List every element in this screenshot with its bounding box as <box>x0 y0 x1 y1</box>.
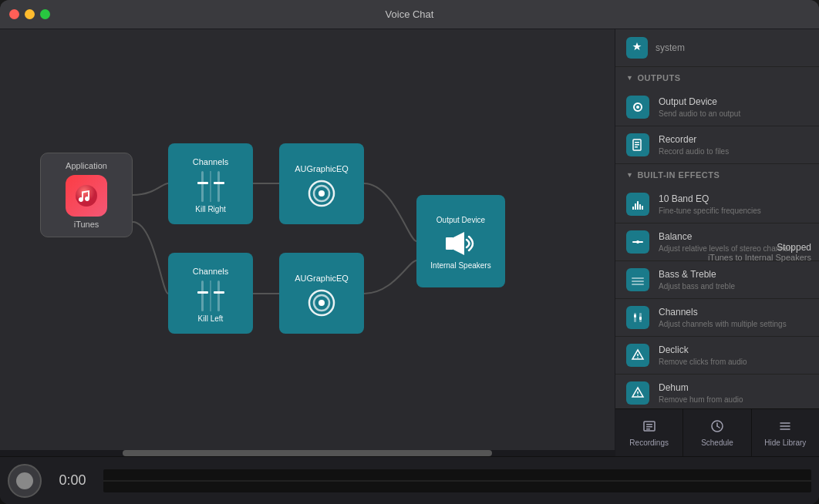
svg-rect-15 <box>635 203 636 210</box>
hide-library-tab[interactable]: Hide Library <box>752 409 819 456</box>
status-area: Stopped iTunes to Internal Speakers <box>708 242 811 262</box>
svg-rect-13 <box>635 146 638 148</box>
system-icon <box>626 37 648 59</box>
svg-point-33 <box>637 395 639 396</box>
effects-chevron: ▼ <box>626 171 633 179</box>
svg-rect-25 <box>634 314 636 318</box>
output-device-text: Output Device Send audio to an output <box>659 96 808 119</box>
eq-bottom-icon <box>302 289 341 317</box>
recorder-desc: Record audio to files <box>659 146 808 156</box>
svg-rect-23 <box>632 284 644 285</box>
svg-point-6 <box>318 300 325 306</box>
connections-svg <box>0 29 615 456</box>
svg-rect-37 <box>646 428 650 430</box>
declick-item[interactable]: Declick Remove clicks from audio <box>615 337 819 375</box>
schedule-tab[interactable]: Schedule <box>683 409 751 456</box>
dehum-text: Dehum Remove hum from audio <box>659 382 808 405</box>
svg-rect-14 <box>632 207 634 210</box>
output-label: Internal Speakers <box>430 261 490 270</box>
outputs-section-header: ▼ OUTPUTS <box>615 67 819 89</box>
minimize-button[interactable] <box>25 9 35 19</box>
maximize-button[interactable] <box>40 9 50 19</box>
declick-icon <box>626 344 649 367</box>
eq-bottom-title: AUGraphicEQ <box>295 274 349 283</box>
channels-bottom-node[interactable]: Channels Kill Left <box>168 253 253 334</box>
bass-treble-icon <box>626 268 649 291</box>
slider-track-4 <box>217 281 220 311</box>
svg-point-3 <box>318 190 325 197</box>
dehum-item[interactable]: Dehum Remove hum from audio <box>615 375 819 408</box>
system-item[interactable]: system <box>615 29 819 67</box>
output-device-icon <box>626 96 649 119</box>
outputs-chevron: ▼ <box>626 74 633 82</box>
traffic-lights <box>9 9 50 19</box>
balance-title: Balance <box>659 231 808 242</box>
bottom-bar: 0:00 Stopped iTunes to Internal Speakers <box>0 456 819 504</box>
bass-treble-text: Bass & Treble Adjust bass and treble <box>659 269 808 291</box>
output-title: Output Device <box>436 216 485 224</box>
svg-rect-27 <box>639 317 642 320</box>
output-device-desc: Send audio to an output <box>659 109 808 119</box>
app-node-title: Application <box>66 161 107 170</box>
output-device-item[interactable]: Output Device Send audio to an output <box>615 89 819 126</box>
speaker-icon <box>441 229 481 258</box>
10-band-eq-icon <box>626 193 649 216</box>
recordings-tab-label: Recordings <box>629 438 669 447</box>
output-device-node[interactable]: Output Device Internal Speakers <box>416 195 505 287</box>
channels-bottom-title: Channels <box>193 267 228 276</box>
audio-visualizer <box>103 469 811 492</box>
eq-bottom-node[interactable]: AUGraphicEQ <box>279 253 364 334</box>
svg-rect-22 <box>632 281 644 282</box>
eq-top-icon <box>302 180 341 207</box>
recorder-item[interactable]: Recorder Record audio to files <box>615 126 819 164</box>
channels-icon <box>626 306 649 329</box>
dehum-desc: Remove hum from audio <box>659 395 808 405</box>
10-band-eq-desc: Fine-tune specific frequencies <box>659 206 808 216</box>
svg-rect-7 <box>446 237 453 250</box>
hide-library-icon <box>778 419 792 436</box>
title-bar: Voice Chat <box>0 0 819 29</box>
system-item-text: system <box>656 42 685 53</box>
recorder-icon <box>626 133 649 156</box>
slider-track-1 <box>201 171 204 202</box>
eq-top-title: AUGraphicEQ <box>295 164 349 173</box>
app-node-label: iTunes <box>74 220 99 229</box>
channels-top-title: Channels <box>193 157 228 166</box>
output-device-title: Output Device <box>659 96 808 107</box>
svg-rect-35 <box>646 424 652 425</box>
record-button[interactable] <box>8 464 42 498</box>
effects-label: BUILT-IN EFFECTS <box>637 170 720 180</box>
eq-top-node[interactable]: AUGraphicEQ <box>279 143 364 224</box>
channels-item[interactable]: Channels Adjust channels with multiple s… <box>615 299 819 337</box>
main-content: Application iTunes <box>0 29 819 456</box>
canvas-scrollbar[interactable] <box>0 450 615 456</box>
svg-rect-11 <box>635 142 639 143</box>
svg-line-40 <box>717 426 720 428</box>
recordings-tab[interactable]: Recordings <box>615 409 683 456</box>
recorder-title: Recorder <box>659 134 808 145</box>
dehum-icon <box>626 381 649 405</box>
channels-top-node[interactable]: Channels Kill Right <box>168 143 253 224</box>
10-band-eq-text: 10 Band EQ Fine-tune specific frequencie… <box>659 193 808 216</box>
10-band-eq-item[interactable]: 10 Band EQ Fine-tune specific frequencie… <box>615 186 819 223</box>
status-route: iTunes to Internal Speakers <box>708 253 811 262</box>
itunes-icon <box>66 175 107 217</box>
channels-desc: Adjust channels with multiple settings <box>659 319 808 329</box>
bass-treble-item[interactable]: Bass & Treble Adjust bass and treble <box>615 261 819 299</box>
svg-rect-16 <box>637 201 639 210</box>
bass-treble-desc: Adjust bass and treble <box>659 281 808 291</box>
channels-bottom-label: Kill Left <box>198 314 224 323</box>
status-stopped: Stopped <box>708 242 811 253</box>
hide-library-tab-label: Hide Library <box>764 438 806 447</box>
declick-desc: Remove clicks from audio <box>659 357 808 367</box>
window-title: Voice Chat <box>386 8 434 20</box>
outputs-label: OUTPUTS <box>637 73 680 82</box>
close-button[interactable] <box>9 9 19 19</box>
10-band-eq-title: 10 Band EQ <box>659 193 808 204</box>
svg-point-20 <box>636 240 639 244</box>
application-node[interactable]: Application iTunes <box>40 153 133 237</box>
panel-scroll: system ▼ OUTPUTS Output Device <box>615 29 819 408</box>
recordings-icon <box>642 419 656 436</box>
svg-rect-12 <box>635 144 639 146</box>
record-inner <box>16 472 33 489</box>
